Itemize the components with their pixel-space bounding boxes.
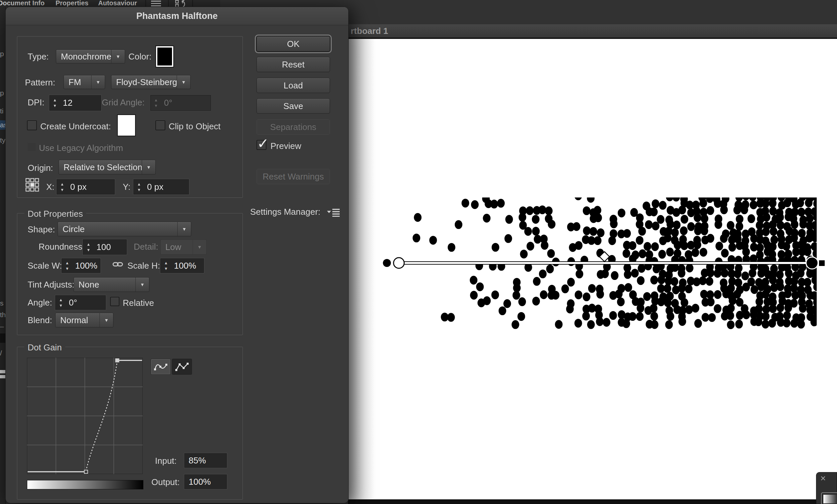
linear-curve-button[interactable] xyxy=(172,359,192,375)
dpi-stepper[interactable]: ▲▼ 12 xyxy=(49,95,101,111)
artboard-label: rtboard 1 xyxy=(351,26,388,36)
tint-adjusts-value: None xyxy=(74,280,136,290)
plugin-panel-icon[interactable] xyxy=(173,0,188,7)
y-value[interactable]: 0 px xyxy=(144,180,189,194)
separations-button: Separations xyxy=(256,119,330,135)
stepper-down-icon[interactable]: ▼ xyxy=(137,188,141,192)
smooth-curve-button[interactable] xyxy=(151,359,171,375)
panel-menu-icon[interactable] xyxy=(150,0,162,7)
canvas-bottom-edge xyxy=(348,499,837,504)
output-field[interactable]: 100% xyxy=(184,474,227,489)
undercoat-color-swatch[interactable] xyxy=(118,115,135,136)
preview-checkbox[interactable]: ✓ xyxy=(256,140,266,150)
link-scale-icon[interactable] xyxy=(112,260,123,268)
stepper-up-icon[interactable]: ▲ xyxy=(87,242,90,246)
gradient-swatch xyxy=(823,495,837,503)
clip-to-object-label: Clip to Object xyxy=(169,122,220,132)
stepper-down-icon[interactable]: ▼ xyxy=(53,104,57,108)
stepper-up-icon[interactable]: ▲ xyxy=(60,182,64,186)
angle-stepper[interactable]: ▲▼ 0° xyxy=(55,295,106,310)
dot-gain-gradient-ramp xyxy=(27,480,143,489)
tint-adjusts-label: Tint Adjusts: xyxy=(28,280,74,290)
roundness-stepper[interactable]: ▲▼ 100 xyxy=(83,239,127,255)
chevron-down-icon: ▼ xyxy=(111,50,125,63)
floating-mini-panel: × xyxy=(816,472,837,504)
x-stepper[interactable]: ▲▼ 0 px xyxy=(56,179,115,194)
stepper-down-icon[interactable]: ▼ xyxy=(65,267,69,270)
chevron-down-icon: ▼ xyxy=(177,222,191,236)
reset-button[interactable]: Reset xyxy=(256,57,330,72)
pattern-value: FM xyxy=(64,77,91,88)
shape-value: Circle xyxy=(58,224,177,235)
stepper-up-icon[interactable]: ▲ xyxy=(53,98,57,102)
stepper-down-icon[interactable]: ▼ xyxy=(60,188,64,192)
angle-label: Angle: xyxy=(28,298,52,308)
close-icon[interactable]: × xyxy=(820,473,826,484)
y-label: Y: xyxy=(123,182,130,192)
dither-value: Floyd-Steinberg xyxy=(111,77,177,88)
input-label: Input: xyxy=(155,456,177,466)
reference-point-icon[interactable] xyxy=(25,178,39,192)
relative-checkbox[interactable] xyxy=(110,297,120,306)
stepper-down-icon: ▼ xyxy=(154,104,158,108)
type-dropdown[interactable]: Monochrome ▼ xyxy=(56,50,125,63)
x-value[interactable]: 0 px xyxy=(68,180,114,194)
chevron-down-icon: ▼ xyxy=(91,75,105,89)
pattern-dropdown[interactable]: FM ▼ xyxy=(64,75,105,89)
gradient-annotator[interactable] xyxy=(348,39,837,499)
x-label: X: xyxy=(46,182,55,192)
stepper-up-icon[interactable]: ▲ xyxy=(164,261,168,265)
dither-dropdown[interactable]: Floyd-Steinberg ▼ xyxy=(111,75,191,89)
chevron-down-icon: ▼ xyxy=(193,240,206,254)
scale-h-value[interactable]: 100% xyxy=(171,259,203,273)
document-area: rtboard 1 × xyxy=(348,0,837,504)
scale-w-stepper[interactable]: ▲▼ 100% xyxy=(61,258,101,273)
scale-h-stepper[interactable]: ▲▼ 100% xyxy=(160,258,204,273)
artboard-canvas[interactable] xyxy=(348,39,837,499)
stepper-up-icon[interactable]: ▲ xyxy=(59,298,63,302)
shape-dropdown[interactable]: Circle ▼ xyxy=(57,222,191,236)
blend-dropdown[interactable]: Normal ▼ xyxy=(55,313,113,328)
tab-document-info[interactable]: Document Info xyxy=(0,0,44,7)
panel-text-fragment-selected[interactable]: as xyxy=(0,120,5,130)
pattern-label: Pattern: xyxy=(25,77,55,88)
panel-gradient-fragment xyxy=(0,375,5,378)
origin-dropdown[interactable]: Relative to Selection ▼ xyxy=(58,160,156,174)
create-undercoat-label: Create Undercoat: xyxy=(40,122,111,132)
shape-label: Shape: xyxy=(28,224,55,235)
blend-value: Normal xyxy=(56,315,100,325)
panel-text-fragment: ti xyxy=(0,107,4,115)
chevron-down-icon: ▼ xyxy=(177,75,190,89)
origin-value: Relative to Selection xyxy=(59,162,142,172)
y-stepper[interactable]: ▲▼ 0 px xyxy=(133,179,189,194)
stepper-down-icon[interactable]: ▼ xyxy=(164,267,168,270)
tab-properties[interactable]: Properties xyxy=(56,0,89,7)
dialog-body: Type: Monochrome ▼ Color: Pattern: FM ▼ … xyxy=(6,25,348,503)
clip-to-object-checkbox[interactable] xyxy=(155,120,165,130)
dialog-title-bar[interactable]: Phantasm Halftone xyxy=(6,7,348,25)
use-legacy-checkbox xyxy=(27,142,36,152)
panel-text-fragment: – xyxy=(0,322,4,331)
roundness-value[interactable]: 100 xyxy=(94,240,126,254)
stepper-up-icon[interactable]: ▲ xyxy=(65,261,69,265)
stepper-down-icon[interactable]: ▼ xyxy=(59,303,63,307)
create-undercoat-checkbox[interactable] xyxy=(27,120,37,130)
angle-value[interactable]: 0° xyxy=(66,296,105,310)
stepper-up-icon[interactable]: ▲ xyxy=(137,182,141,186)
settings-manager-menu-icon[interactable] xyxy=(327,208,340,217)
ok-button[interactable]: OK xyxy=(256,36,330,52)
dpi-value[interactable]: 12 xyxy=(60,95,101,110)
load-button[interactable]: Load xyxy=(256,78,330,93)
stepper-down-icon[interactable]: ▼ xyxy=(87,248,90,252)
tab-autosaviour[interactable]: Autosaviour xyxy=(98,0,137,7)
input-field[interactable]: 85% xyxy=(184,453,227,468)
color-swatch[interactable] xyxy=(156,46,173,67)
save-button[interactable]: Save xyxy=(256,98,330,114)
dot-gain-curve-editor[interactable] xyxy=(27,358,143,474)
grid-angle-value: 0° xyxy=(161,95,211,110)
scale-w-value[interactable]: 100% xyxy=(72,259,100,273)
gradient-swatch-well[interactable] xyxy=(821,492,837,504)
tint-adjusts-dropdown[interactable]: None ▼ xyxy=(73,277,149,292)
chevron-down-icon: ▼ xyxy=(142,160,155,174)
check-icon: ✓ xyxy=(257,135,269,152)
